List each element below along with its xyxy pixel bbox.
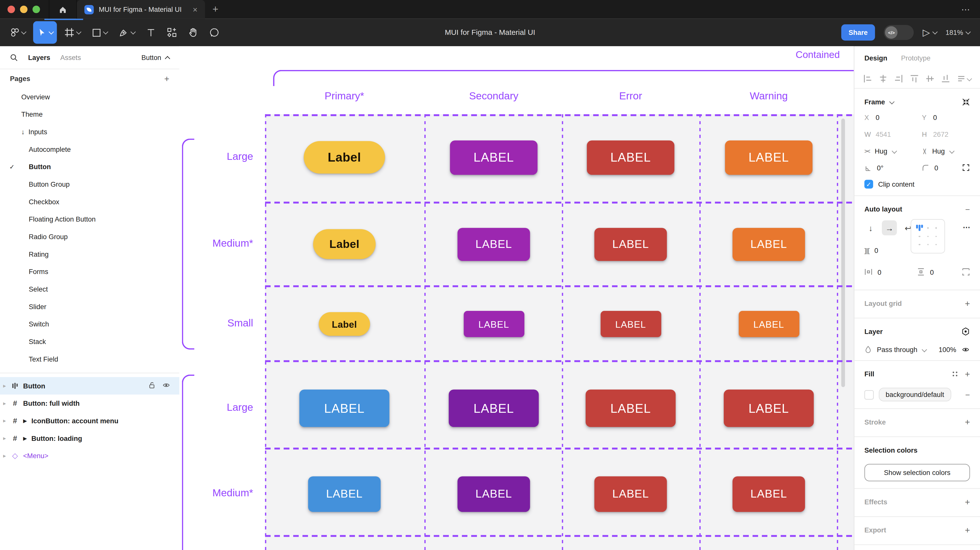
- direction-vertical-button[interactable]: ↓: [863, 220, 878, 235]
- add-fill-button[interactable]: +: [965, 369, 970, 379]
- sidebar-page-text-field[interactable]: Text Field: [0, 350, 180, 368]
- file-tab[interactable]: MUI for Figma - Material UI ×: [77, 0, 205, 19]
- canvas-button-r5-c2[interactable]: LABEL: [458, 476, 530, 512]
- align-vertical-center-icon[interactable]: [926, 74, 934, 83]
- tab-design[interactable]: Design: [864, 54, 887, 62]
- blend-mode-dropdown[interactable]: Pass through: [877, 345, 917, 353]
- canvas-button-r3-c2[interactable]: LABEL: [463, 311, 524, 337]
- canvas-button-r5-c3[interactable]: LABEL: [594, 476, 667, 512]
- sidebar-page-floating-action-button[interactable]: Floating Action Button: [0, 210, 180, 228]
- blend-mode-icon[interactable]: [961, 327, 970, 336]
- hand-tool-button[interactable]: [184, 21, 202, 44]
- add-stroke-button[interactable]: +: [965, 417, 970, 427]
- canvas-button-r1-c1[interactable]: Label: [304, 141, 385, 173]
- share-button[interactable]: Share: [841, 24, 875, 41]
- fullscreen-window-button[interactable]: [32, 6, 40, 13]
- sidebar-page-autocomplete[interactable]: Autocomplete: [0, 140, 180, 158]
- align-horizontal-center-icon[interactable]: [879, 74, 888, 83]
- show-selection-colors-button[interactable]: Show selection colors: [864, 464, 970, 482]
- corner-radius-field[interactable]: 0: [922, 162, 970, 173]
- canvas-button-r5-c4[interactable]: LABEL: [732, 476, 805, 512]
- align-right-icon[interactable]: [894, 74, 903, 83]
- add-layout-grid-button[interactable]: +: [965, 298, 970, 308]
- zoom-menu[interactable]: 181%: [946, 29, 970, 36]
- sidebar-page-rating[interactable]: Rating: [0, 245, 180, 263]
- canvas-button-r4-c4[interactable]: LABEL: [724, 389, 814, 427]
- independent-corners-icon[interactable]: [962, 163, 970, 172]
- sidebar-page-checkbox[interactable]: Checkbox: [0, 193, 180, 210]
- minimize-window-button[interactable]: [20, 6, 28, 13]
- add-effect-button[interactable]: +: [965, 497, 970, 507]
- canvas[interactable]: Contained Primary*SecondaryErrorWarningL…: [180, 46, 854, 550]
- canvas-button-r3-c1[interactable]: Label: [319, 312, 370, 336]
- frame-title-label[interactable]: Contained: [796, 49, 840, 61]
- width-field[interactable]: W4541: [864, 129, 922, 140]
- sidebar-page-switch[interactable]: Switch: [0, 315, 180, 333]
- frame-section-title[interactable]: Frame: [864, 98, 885, 106]
- remove-fill-button[interactable]: −: [965, 390, 970, 399]
- unlock-icon[interactable]: [148, 382, 156, 390]
- close-window-button[interactable]: [8, 6, 15, 13]
- canvas-button-r3-c4[interactable]: LABEL: [738, 311, 799, 337]
- add-export-button[interactable]: +: [965, 525, 970, 535]
- sidebar-page-overview[interactable]: Overview: [0, 88, 180, 106]
- search-icon[interactable]: [10, 54, 18, 62]
- sidebar-page-select[interactable]: Select: [0, 280, 180, 298]
- align-bottom-icon[interactable]: [941, 74, 950, 83]
- vertical-padding-field[interactable]: 0: [917, 268, 934, 276]
- canvas-button-r1-c4[interactable]: LABEL: [725, 140, 813, 175]
- text-tool-button[interactable]: [143, 21, 159, 44]
- horizontal-padding-field[interactable]: 0: [864, 268, 881, 276]
- distribute-menu[interactable]: [957, 74, 971, 83]
- main-menu-button[interactable]: [6, 21, 29, 44]
- opacity-value[interactable]: 100%: [939, 345, 956, 353]
- horizontal-sizing-dropdown[interactable]: ><Hug: [864, 146, 922, 157]
- comment-tool-button[interactable]: [205, 21, 223, 44]
- sidebar-page-button-group[interactable]: Button Group: [0, 175, 180, 193]
- align-left-icon[interactable]: [863, 74, 872, 83]
- sidebar-page-forms[interactable]: Forms: [0, 263, 180, 280]
- canvas-button-r4-c3[interactable]: LABEL: [585, 389, 676, 427]
- window-more-icon[interactable]: ⋯: [961, 0, 971, 19]
- visibility-eye-icon[interactable]: [961, 345, 970, 353]
- y-position-field[interactable]: Y0: [922, 112, 970, 123]
- x-position-field[interactable]: X0: [864, 112, 922, 123]
- canvas-button-r3-c3[interactable]: LABEL: [600, 311, 661, 337]
- move-tool-button[interactable]: [33, 21, 57, 44]
- add-page-button[interactable]: +: [164, 74, 169, 84]
- gap-field[interactable]: ]|[ 0: [864, 246, 878, 254]
- canvas-button-r2-c1[interactable]: Label: [313, 229, 375, 259]
- tab-layers[interactable]: Layers: [28, 54, 50, 61]
- chevron-down-icon[interactable]: [889, 99, 894, 104]
- vertical-sizing-dropdown[interactable]: ><Hug: [922, 146, 970, 157]
- sidebar-page-stack[interactable]: Stack: [0, 333, 180, 350]
- layer-button-loading[interactable]: ▸#▶Button: loading: [0, 429, 180, 447]
- rotation-field[interactable]: 0°: [864, 162, 922, 173]
- collapse-icon[interactable]: [962, 98, 970, 106]
- sidebar-page-button[interactable]: ✓Button: [0, 158, 180, 175]
- new-tab-button[interactable]: +: [205, 0, 226, 19]
- canvas-button-r1-c2[interactable]: LABEL: [450, 140, 538, 175]
- canvas-button-r5-c1[interactable]: LABEL: [308, 476, 380, 512]
- styles-icon[interactable]: [951, 370, 959, 378]
- height-field[interactable]: H2672: [922, 129, 970, 140]
- dev-mode-toggle[interactable]: </>: [884, 25, 914, 40]
- layer-button-full-width[interactable]: ▸#Button: full width: [0, 394, 180, 412]
- remove-auto-layout-button[interactable]: −: [965, 205, 970, 214]
- present-button[interactable]: ▷: [923, 27, 937, 38]
- canvas-button-r4-c1[interactable]: LABEL: [299, 389, 390, 427]
- tab-prototype[interactable]: Prototype: [901, 54, 931, 62]
- fill-style-chip[interactable]: background/default: [879, 388, 951, 401]
- visibility-eye-icon[interactable]: [162, 382, 171, 390]
- align-top-icon[interactable]: [910, 74, 919, 83]
- sidebar-page-radio-group[interactable]: Radio Group: [0, 228, 180, 245]
- canvas-button-r2-c2[interactable]: LABEL: [458, 227, 530, 261]
- layer-menu[interactable]: ▸◇<Menu>: [0, 447, 180, 464]
- pen-tool-button[interactable]: [115, 21, 139, 44]
- canvas-button-r2-c4[interactable]: LABEL: [732, 227, 805, 261]
- clip-content-checkbox[interactable]: ✓: [864, 180, 873, 189]
- clip-content-row[interactable]: ✓ Clip content: [854, 173, 980, 190]
- close-tab-icon[interactable]: ×: [191, 5, 199, 14]
- direction-horizontal-button[interactable]: →: [882, 220, 897, 235]
- canvas-button-r2-c3[interactable]: LABEL: [594, 227, 667, 261]
